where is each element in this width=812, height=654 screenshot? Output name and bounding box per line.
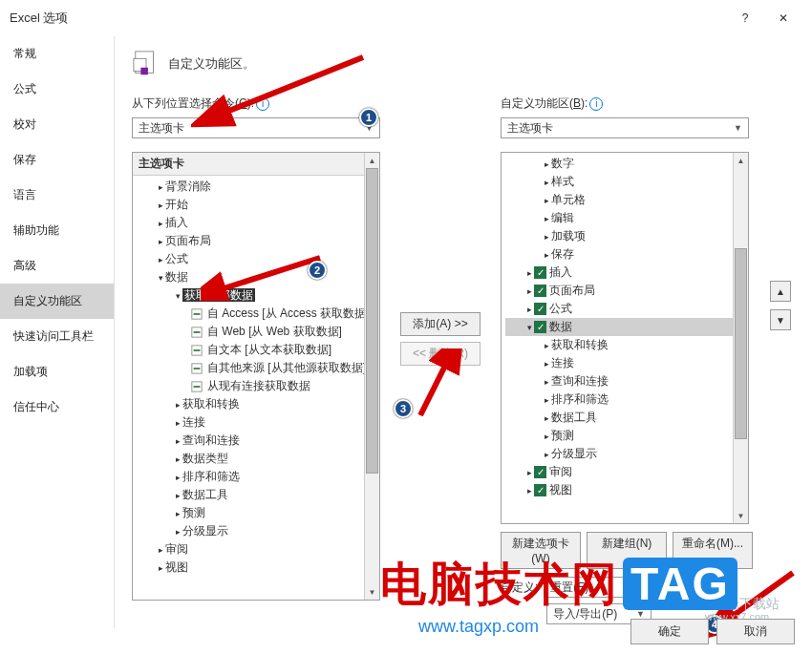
- checkbox-checked-icon[interactable]: ✓: [534, 266, 546, 279]
- tree-item[interactable]: ▸数据工具: [137, 486, 375, 504]
- close-button[interactable]: ✕: [764, 6, 802, 31]
- sidebar-item-9[interactable]: 加载项: [0, 354, 114, 390]
- help-button[interactable]: ?: [726, 6, 764, 31]
- expand-icon: ▸: [173, 418, 182, 428]
- tree-item[interactable]: ▸✓页面布局: [505, 282, 744, 300]
- expand-icon: ▸: [542, 232, 551, 242]
- tree-item[interactable]: ▸查询和连接: [505, 372, 744, 390]
- tree-item[interactable]: ▸✓视图: [505, 481, 744, 499]
- tree-item[interactable]: 自 Access [从 Access 获取数据]: [137, 305, 375, 323]
- tree-item[interactable]: ▾获取外部数据: [137, 286, 375, 305]
- checkbox-checked-icon[interactable]: ✓: [534, 466, 546, 478]
- move-down-button[interactable]: ▼: [770, 309, 791, 330]
- move-up-button[interactable]: ▲: [770, 281, 791, 302]
- svg-rect-12: [194, 386, 201, 388]
- tree-item[interactable]: ▸审阅: [137, 540, 375, 559]
- sidebar-item-6[interactable]: 高级: [0, 248, 114, 284]
- scroll-thumb[interactable]: [735, 248, 747, 439]
- scroll-down-icon[interactable]: ▼: [365, 584, 379, 600]
- tree-item[interactable]: ▸排序和筛选: [137, 468, 375, 486]
- tree-item[interactable]: ▸分级显示: [505, 445, 744, 463]
- expand-icon: ▸: [542, 359, 551, 369]
- tree-item[interactable]: ▸单元格: [505, 191, 744, 209]
- tree-item-label: 查询和连接: [182, 433, 240, 447]
- left-dropdown-label: 从下列位置选择命令(C):i: [132, 95, 380, 112]
- add-button[interactable]: 添加(A) >>: [400, 312, 481, 336]
- tree-item[interactable]: ▸编辑: [505, 209, 744, 227]
- cancel-button[interactable]: 取消: [716, 619, 795, 644]
- checkbox-checked-icon[interactable]: ✓: [534, 303, 546, 315]
- tree-item-label: 数据: [549, 320, 572, 333]
- tree-item[interactable]: ▸获取和转换: [505, 336, 744, 354]
- other-icon: [190, 363, 203, 374]
- annotation-badge-1: 1: [359, 108, 378, 127]
- sidebar-item-5[interactable]: 辅助功能: [0, 213, 114, 248]
- commands-tree[interactable]: 主选项卡 ▸背景消除▸开始▸插入▸页面布局▸公式▾数据▾获取外部数据自 Acce…: [132, 152, 380, 601]
- tree-item[interactable]: ▸插入: [137, 214, 375, 232]
- expand-icon: ▸: [542, 450, 551, 459]
- expand-icon: ▸: [542, 377, 551, 387]
- tree-item-label: 数据工具: [551, 411, 597, 424]
- sidebar-item-3[interactable]: 保存: [0, 142, 114, 178]
- tree-item[interactable]: ▸预测: [505, 427, 744, 445]
- tree-item[interactable]: ▸保存: [505, 245, 744, 264]
- tree-item-label: 公式: [549, 302, 572, 315]
- tree-item[interactable]: ▸数据类型: [137, 450, 375, 468]
- tree-item[interactable]: ▸背景消除: [137, 178, 375, 196]
- sidebar-item-7[interactable]: 自定义功能区: [0, 284, 114, 319]
- checkbox-checked-icon[interactable]: ✓: [534, 285, 546, 297]
- tree-item[interactable]: ▸连接: [137, 413, 375, 432]
- sidebar-item-4[interactable]: 语言: [0, 178, 114, 213]
- tree-item[interactable]: ▸排序和筛选: [505, 390, 744, 409]
- expand-icon: ▸: [173, 473, 182, 482]
- tree-item[interactable]: 从现有连接获取数据: [137, 377, 375, 395]
- checkbox-checked-icon[interactable]: ✓: [534, 484, 546, 496]
- tree-item[interactable]: ▸分级显示: [137, 522, 375, 540]
- choose-commands-dropdown[interactable]: 主选项卡 ▼: [132, 117, 380, 138]
- tree-item-label: 视图: [165, 560, 188, 574]
- tree-item[interactable]: ▸✓审阅: [505, 463, 744, 481]
- tree-item[interactable]: ▸✓公式: [505, 300, 744, 318]
- tree-item[interactable]: ▸页面布局: [137, 232, 375, 250]
- ribbon-tree[interactable]: ▸数字▸样式▸单元格▸编辑▸加载项▸保存▸✓插入▸✓页面布局▸✓公式▾✓数据▸获…: [501, 152, 749, 524]
- sidebar-item-0[interactable]: 常规: [0, 36, 114, 72]
- watermark-url: www.tagxp.com: [418, 617, 539, 637]
- scrollbar[interactable]: ▲ ▼: [364, 153, 379, 600]
- scroll-up-icon[interactable]: ▲: [365, 153, 379, 168]
- scroll-up-icon[interactable]: ▲: [734, 153, 748, 168]
- annotation-badge-2: 2: [308, 261, 327, 280]
- tree-item[interactable]: ▸连接: [505, 354, 744, 372]
- tree-item[interactable]: ▸数据工具: [505, 409, 744, 427]
- scroll-down-icon[interactable]: ▼: [734, 508, 748, 523]
- tree-item[interactable]: ▸查询和连接: [137, 432, 375, 450]
- scroll-thumb[interactable]: [366, 168, 378, 474]
- tree-item[interactable]: ▸加载项: [505, 227, 744, 245]
- scrollbar[interactable]: ▲ ▼: [733, 153, 748, 523]
- sidebar-item-1[interactable]: 公式: [0, 72, 114, 107]
- expand-icon: ▾: [156, 273, 165, 283]
- customize-ribbon-dropdown[interactable]: 主选项卡 ▼: [501, 117, 749, 138]
- tree-item[interactable]: ▾✓数据: [505, 318, 744, 336]
- sidebar-item-8[interactable]: 快速访问工具栏: [0, 319, 114, 354]
- tree-item[interactable]: ▾数据: [137, 268, 375, 286]
- tree-item[interactable]: ▸视图: [137, 559, 375, 577]
- tree-item[interactable]: 自 Web [从 Web 获取数据]: [137, 323, 375, 341]
- tree-item[interactable]: ▸获取和转换: [137, 395, 375, 413]
- tree-item-label: 插入: [165, 216, 188, 229]
- tree-item[interactable]: ▸数字: [505, 155, 744, 173]
- expand-icon: ▸: [524, 486, 534, 496]
- tree-item[interactable]: ▸✓插入: [505, 264, 744, 282]
- tree-item[interactable]: ▸开始: [137, 196, 375, 214]
- sidebar-item-10[interactable]: 信任中心: [0, 390, 114, 425]
- tree-item-label: 页面布局: [165, 234, 211, 247]
- checkbox-checked-icon[interactable]: ✓: [534, 321, 546, 333]
- tree-item[interactable]: 自其他来源 [从其他源获取数据]: [137, 359, 375, 377]
- sidebar-item-2[interactable]: 校对: [0, 107, 114, 142]
- tree-item[interactable]: ▸公式: [137, 250, 375, 268]
- tree-item[interactable]: ▸预测: [137, 504, 375, 522]
- tree-item[interactable]: 自文本 [从文本获取数据]: [137, 341, 375, 359]
- tree-item-label: 获取和转换: [182, 397, 240, 411]
- expand-icon: ▸: [156, 563, 165, 573]
- ok-button[interactable]: 确定: [630, 619, 709, 644]
- tree-item[interactable]: ▸样式: [505, 173, 744, 191]
